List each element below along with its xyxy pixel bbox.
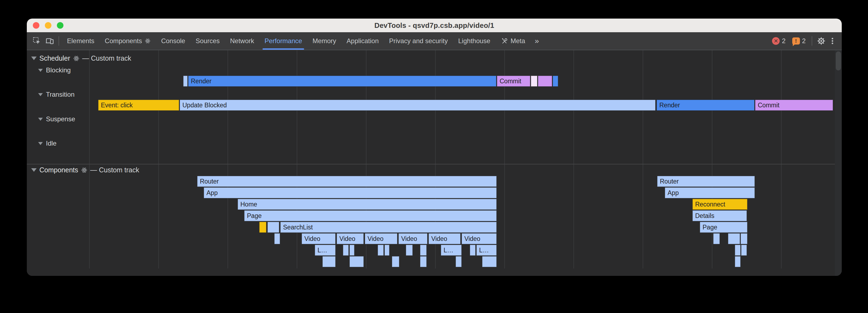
tab-sources[interactable]: Sources <box>190 32 225 50</box>
flame-bar-app[interactable]: App <box>665 187 755 198</box>
react-atom-icon <box>145 38 151 44</box>
flame-bar-details[interactable]: Details <box>692 210 747 221</box>
flame-bar[interactable] <box>538 76 552 86</box>
collapse-triangle-icon <box>38 142 43 145</box>
device-toolbar-icon[interactable] <box>43 34 56 48</box>
flame-bar[interactable] <box>343 245 349 256</box>
collapse-triangle-icon <box>38 69 43 72</box>
tab-performance[interactable]: Performance <box>259 32 307 50</box>
flame-bar-video[interactable]: Video <box>337 233 364 244</box>
flame-bar-video[interactable]: Video <box>365 233 397 244</box>
flame-bar-render[interactable]: Render <box>657 100 754 111</box>
flame-bar-l[interactable]: L… <box>315 245 336 256</box>
tab-memory[interactable]: Memory <box>307 32 342 50</box>
error-count: 2 <box>782 37 785 45</box>
flame-bar[interactable] <box>741 233 747 244</box>
issues-badge[interactable]: ! 2 <box>792 37 806 45</box>
issues-icon: ! <box>792 37 800 44</box>
flame-bar[interactable] <box>735 256 741 267</box>
track-suffix: — Custom track <box>90 166 139 174</box>
flame-bar[interactable] <box>735 245 741 256</box>
flame-bar-page[interactable]: Page <box>244 210 497 221</box>
flame-bar-video[interactable]: Video <box>398 233 428 244</box>
flame-bar-router[interactable]: Router <box>657 176 755 187</box>
lane-transition[interactable]: Transition <box>38 91 74 98</box>
flame-bar-event-click[interactable]: Event: click <box>98 100 179 111</box>
tab-elements[interactable]: Elements <box>62 32 99 50</box>
flame-bar[interactable] <box>456 256 462 267</box>
flame-bar[interactable] <box>420 245 427 256</box>
lane-label: Idle <box>46 140 57 147</box>
flame-bar-l[interactable]: L… <box>441 245 462 256</box>
kebab-menu-icon[interactable] <box>828 34 837 48</box>
flame-bar-commit[interactable]: Commit <box>755 100 833 111</box>
tab-meta[interactable]: Meta <box>496 32 530 50</box>
flame-bar-app[interactable]: App <box>204 187 497 198</box>
inspect-element-icon[interactable] <box>31 34 43 48</box>
flame-bar[interactable] <box>482 256 497 267</box>
flame-bar-video[interactable]: Video <box>462 233 497 244</box>
flame-bar[interactable] <box>322 256 336 267</box>
tab-label: Components <box>105 37 142 45</box>
tab-label: Console <box>161 37 185 45</box>
lane-idle[interactable]: Idle <box>38 140 57 147</box>
error-badge[interactable]: ✕ 2 <box>772 37 785 45</box>
flame-bar[interactable] <box>531 76 537 86</box>
tab-label: Lighthouse <box>458 37 490 45</box>
lane-blocking[interactable]: Blocking <box>38 66 71 74</box>
track-header-components[interactable]: Components — Custom track <box>31 166 139 174</box>
flame-bar[interactable] <box>274 233 280 244</box>
flame-bar-page[interactable]: Page <box>700 222 747 233</box>
flame-bar[interactable] <box>268 222 279 233</box>
flame-bar-reconnect[interactable]: Reconnect <box>692 199 747 210</box>
tab-components[interactable]: Components <box>99 32 156 50</box>
flame-bar-searchlist[interactable]: SearchList <box>280 222 497 233</box>
track-header-scheduler[interactable]: Scheduler — Custom track <box>31 54 131 62</box>
scrollbar-track[interactable] <box>835 50 842 276</box>
flame-bar[interactable] <box>728 233 740 244</box>
tab-label: Privacy and security <box>389 37 448 45</box>
tab-lighthouse[interactable]: Lighthouse <box>453 32 496 50</box>
flame-bar[interactable] <box>420 256 427 267</box>
tab-label: Meta <box>510 37 525 45</box>
settings-gear-icon[interactable] <box>815 34 828 48</box>
flame-bar-render[interactable]: Render <box>188 76 496 86</box>
more-tabs-icon[interactable]: » <box>530 37 544 45</box>
toolbar-divider <box>59 36 59 46</box>
lane-suspense[interactable]: Suspense <box>38 115 75 123</box>
flame-bar[interactable] <box>349 245 354 256</box>
collapse-triangle-icon <box>38 117 43 120</box>
lane-label: Transition <box>46 91 74 98</box>
tab-label: Performance <box>265 37 302 45</box>
zoom-button[interactable] <box>57 22 63 29</box>
flame-bar[interactable] <box>349 256 364 267</box>
tab-application[interactable]: Application <box>341 32 384 50</box>
flame-bar[interactable] <box>384 245 390 256</box>
tab-privacy-and-security[interactable]: Privacy and security <box>384 32 453 50</box>
flame-bar[interactable] <box>553 76 558 86</box>
flame-bar[interactable] <box>713 233 720 244</box>
flame-bar[interactable] <box>470 245 475 256</box>
flame-bar[interactable] <box>392 256 399 267</box>
flame-bar[interactable] <box>406 245 413 256</box>
flame-bar-commit[interactable]: Commit <box>497 76 530 86</box>
timeline-gridline <box>643 50 643 269</box>
flame-bar-video[interactable]: Video <box>302 233 336 244</box>
flame-bar[interactable] <box>741 245 747 256</box>
tab-label: Elements <box>67 37 94 45</box>
flame-bar[interactable] <box>378 245 384 256</box>
minimize-button[interactable] <box>45 22 52 29</box>
scrollbar-thumb[interactable] <box>836 51 841 70</box>
flame-bar-video[interactable]: Video <box>429 233 461 244</box>
react-atom-icon <box>73 55 80 62</box>
flame-bar[interactable] <box>183 76 188 86</box>
flame-bar-home[interactable]: Home <box>238 199 497 210</box>
tab-network[interactable]: Network <box>225 32 259 50</box>
flame-bar-router[interactable]: Router <box>197 176 497 187</box>
flame-bar[interactable] <box>259 222 266 233</box>
flame-bar-l[interactable]: L… <box>476 245 497 256</box>
collapse-triangle-icon <box>31 57 37 60</box>
flame-bar-update-blocked[interactable]: Update Blocked <box>180 100 655 111</box>
tab-console[interactable]: Console <box>156 32 190 50</box>
close-button[interactable] <box>33 22 39 29</box>
